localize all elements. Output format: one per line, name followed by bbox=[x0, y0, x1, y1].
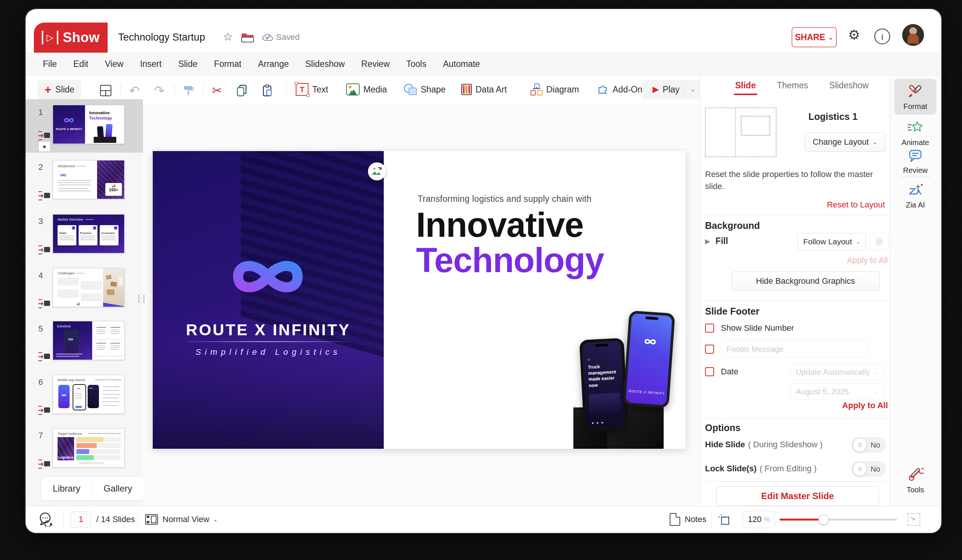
menu-review[interactable]: Review bbox=[361, 59, 389, 69]
share-button[interactable]: SHARE ⌄ bbox=[792, 27, 837, 47]
slide-layout-icon[interactable] bbox=[99, 84, 112, 97]
paste-icon[interactable] bbox=[261, 84, 274, 97]
zoom-value-box[interactable]: 120 % bbox=[742, 506, 775, 533]
slide-thumbnail-2[interactable]: Introduction 🚚 150+ bbox=[53, 160, 124, 199]
transition-icon[interactable] bbox=[38, 405, 52, 416]
insert-media-button[interactable]: Media bbox=[346, 80, 387, 99]
fill-color-swatch[interactable] bbox=[870, 233, 889, 250]
menu-insert[interactable]: Insert bbox=[140, 59, 162, 69]
settings-gear-icon[interactable]: ⚙ bbox=[848, 27, 860, 43]
rail-zia-ai-button[interactable]: Zia AI bbox=[894, 183, 936, 209]
slide-thumbnail-7[interactable]: Target Audience Unlocking Value for Dive… bbox=[53, 428, 124, 468]
tab-slide[interactable]: Slide bbox=[735, 80, 756, 90]
insert-diagram-button[interactable]: Diagram bbox=[531, 80, 579, 99]
guides-button[interactable] bbox=[718, 506, 729, 533]
statusbar-divider bbox=[711, 511, 712, 528]
lock-slide-note: ( From Editing ) bbox=[760, 464, 817, 473]
thumb2-heading: Introduction bbox=[58, 164, 75, 168]
notes-button[interactable]: Notes bbox=[670, 506, 706, 533]
menu-slideshow[interactable]: Slideshow bbox=[305, 59, 345, 69]
tab-themes[interactable]: Themes bbox=[777, 80, 808, 90]
transition-icon[interactable] bbox=[38, 130, 52, 141]
panel-resize-handle[interactable] bbox=[139, 294, 144, 303]
menu-format[interactable]: Format bbox=[214, 59, 242, 69]
fit-to-screen-button[interactable] bbox=[907, 506, 920, 533]
thumb3-heading: Market Overview bbox=[58, 217, 83, 221]
undo-icon[interactable]: ↶ bbox=[128, 84, 141, 97]
smart-guides-icon bbox=[718, 514, 729, 525]
add-slide-button[interactable]: + Slide bbox=[38, 80, 81, 99]
tab-slideshow[interactable]: Slideshow bbox=[829, 80, 869, 90]
user-avatar[interactable] bbox=[902, 24, 924, 46]
insert-text-button[interactable]: T Text bbox=[296, 80, 328, 99]
copy-icon[interactable] bbox=[236, 84, 248, 97]
lock-slide-toggle[interactable]: No bbox=[852, 462, 886, 476]
folder-icon[interactable] bbox=[241, 32, 254, 45]
transition-icon[interactable] bbox=[38, 351, 52, 362]
footer-apply-to-all-link[interactable]: Apply to All bbox=[820, 401, 888, 410]
zoom-slider-thumb[interactable] bbox=[818, 515, 829, 525]
slide-thumbnail-4[interactable]: Challenges 🚚 bbox=[53, 268, 124, 307]
comments-button[interactable] bbox=[37, 506, 53, 533]
slide-thumbnail-1[interactable]: ROUTE X INFINITY Innovative Technology bbox=[53, 105, 124, 144]
rail-animate-button[interactable]: Animate bbox=[894, 120, 936, 147]
menu-bar: File Edit View Insert Slide Format Arran… bbox=[26, 53, 941, 75]
toggle-knob bbox=[852, 462, 867, 476]
library-button[interactable]: Library bbox=[41, 483, 92, 494]
edit-master-slide-button[interactable]: Edit Master Slide bbox=[716, 486, 879, 506]
hide-slide-toggle[interactable]: No bbox=[852, 438, 886, 452]
slide-thumbnail-5[interactable]: Solutions bbox=[53, 321, 124, 360]
slide-canvas[interactable]: ROUTE X INFINITY Simplified Logistics Tr… bbox=[153, 151, 686, 449]
footer-message-input[interactable] bbox=[721, 341, 868, 358]
menu-edit[interactable]: Edit bbox=[73, 59, 89, 69]
play-button[interactable]: ▶ Play ⌄ bbox=[642, 80, 706, 99]
expand-caret-icon[interactable]: ▶ bbox=[705, 237, 710, 245]
format-painter-icon[interactable] bbox=[182, 84, 195, 97]
menu-tools[interactable]: Tools bbox=[406, 59, 427, 69]
addon-button[interactable]: Add-On bbox=[597, 80, 642, 99]
date-checkbox[interactable] bbox=[705, 367, 714, 376]
menu-arrange[interactable]: Arrange bbox=[258, 59, 289, 69]
fill-dropdown[interactable]: Follow Layout ⌄ bbox=[797, 233, 866, 250]
slide-thumbnail-3[interactable]: Market Overview Vitality Projection: Acc… bbox=[53, 214, 124, 253]
review-comment-icon bbox=[907, 149, 923, 163]
zoom-track[interactable] bbox=[780, 519, 897, 521]
reset-to-layout-link[interactable]: Reset to Layout bbox=[820, 200, 885, 210]
menu-file[interactable]: File bbox=[43, 59, 57, 69]
cut-icon[interactable]: ✂ bbox=[211, 84, 223, 97]
insert-data-art-button[interactable]: Data Art bbox=[461, 80, 507, 99]
document-title[interactable]: Technology Startup bbox=[118, 32, 205, 43]
insert-shape-button[interactable]: Shape bbox=[404, 80, 446, 99]
change-layout-button[interactable]: Change Layout ⌄ bbox=[804, 132, 886, 152]
date-mode-dropdown[interactable]: Update Automatically ⌄ bbox=[790, 364, 885, 380]
menu-slide[interactable]: Slide bbox=[178, 59, 197, 69]
replace-image-badge[interactable] bbox=[368, 163, 386, 180]
hide-background-graphics-button[interactable]: Hide Background Graphics bbox=[731, 271, 880, 291]
animation-star-icon[interactable]: ★ bbox=[39, 141, 50, 152]
info-icon[interactable]: i bbox=[874, 29, 890, 44]
app-logo[interactable]: ▷ Show bbox=[34, 23, 108, 53]
thumb2-stat: 150+ bbox=[105, 188, 122, 192]
redo-icon[interactable]: ↷ bbox=[153, 84, 166, 97]
footer-message-checkbox[interactable] bbox=[705, 344, 714, 354]
change-layout-label: Change Layout bbox=[813, 137, 869, 147]
rail-tools-button[interactable]: Tools bbox=[894, 467, 936, 494]
gallery-button[interactable]: Gallery bbox=[92, 483, 144, 494]
rail-format-button[interactable]: Format bbox=[894, 79, 936, 114]
transition-icon[interactable] bbox=[38, 459, 52, 470]
show-slide-number-checkbox[interactable] bbox=[705, 323, 714, 333]
normal-view-icon bbox=[145, 514, 158, 525]
current-slide-input[interactable]: 1 bbox=[71, 511, 91, 528]
menu-view[interactable]: View bbox=[105, 59, 123, 69]
chevron-down-icon: ⌄ bbox=[690, 86, 695, 93]
slide-thumbnail-6[interactable]: Mobile App launch Introducing Our Innova… bbox=[53, 375, 124, 414]
transition-icon[interactable] bbox=[38, 244, 52, 256]
rail-review-button[interactable]: Review bbox=[894, 149, 936, 175]
transition-icon[interactable] bbox=[38, 298, 52, 309]
date-value-dropdown[interactable]: August 5, 2025 ⌄ bbox=[790, 383, 885, 400]
zoom-slider[interactable] bbox=[780, 506, 897, 533]
view-switcher[interactable]: Normal View ⌄ bbox=[145, 506, 218, 533]
menu-automate[interactable]: Automate bbox=[443, 59, 480, 69]
transition-icon[interactable] bbox=[38, 190, 52, 201]
favorite-star-icon[interactable]: ☆ bbox=[223, 30, 233, 43]
